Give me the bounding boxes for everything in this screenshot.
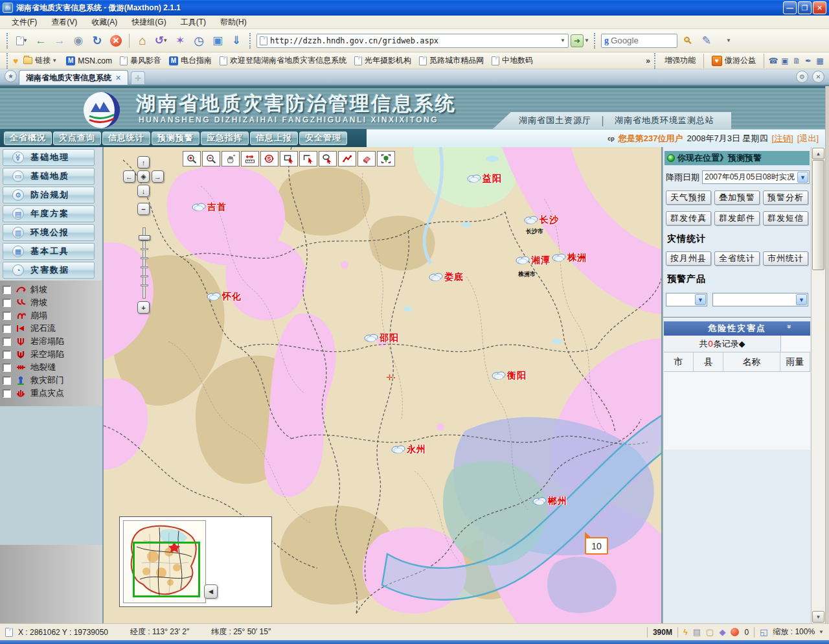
download-button[interactable]: ⇓	[228, 32, 245, 49]
zoom-level[interactable]: 缩放 : 100%	[773, 627, 815, 638]
bookmark-folder-links[interactable]: 链接▼	[19, 54, 61, 67]
menu-item-3[interactable]: 快捷组(G)	[125, 16, 172, 29]
bookmarks-overflow-button[interactable]: »	[646, 56, 650, 65]
panel-button-群发短信[interactable]: 群发短信	[763, 211, 808, 225]
zoom-in-tool[interactable]	[183, 151, 201, 167]
bookmark-item-0[interactable]: MMSN.com	[62, 55, 116, 67]
zoom-out-slider-button[interactable]: −	[137, 203, 150, 215]
plugin-diamond-icon[interactable]: ◆	[719, 627, 725, 637]
bookmark-item-4[interactable]: 光年摄影机构	[350, 54, 415, 67]
sidebar-module-基础地质[interactable]: ▭基础地质	[3, 168, 95, 185]
pan-left-button[interactable]: ←	[123, 170, 135, 183]
scroll-up-button[interactable]: ▲	[812, 148, 824, 159]
search-button[interactable]: 🔍︎	[679, 32, 696, 49]
panel-button-叠加预警[interactable]: 叠加预警	[714, 190, 760, 205]
product-type-select[interactable]: ▼	[666, 293, 707, 306]
scrollbar-thumb[interactable]	[812, 160, 824, 270]
nav-tab-预测预警[interactable]: 预测预警	[152, 132, 199, 145]
link-land-resources[interactable]: 湖南省国土资源厅	[519, 115, 591, 126]
sidebar-module-基本工具[interactable]: ▦基本工具	[3, 243, 95, 260]
window-icon[interactable]: ▣	[780, 56, 790, 66]
panel-button-预警分析[interactable]: 预警分析	[763, 190, 808, 205]
forward-button[interactable]: →	[51, 32, 68, 49]
rain-date-select[interactable]: 2007年05月05日08时实况 ▼	[702, 170, 810, 184]
menu-item-0[interactable]: 文件(F)	[5, 16, 43, 29]
panel-button-全省统计[interactable]: 全省统计	[714, 251, 760, 266]
new-page-button[interactable]: ▼	[14, 32, 30, 49]
pan-up-button[interactable]: ↑	[137, 156, 150, 168]
layer-checkbox[interactable]	[3, 363, 11, 372]
magic-fill-button[interactable]: ✶	[172, 32, 188, 49]
panel-button-群发邮件[interactable]: 群发邮件	[714, 211, 760, 225]
tab-active[interactable]: 湖南省地质灾害信息系统 ✕	[19, 70, 128, 85]
sidebar-module-年度方案[interactable]: ▤年度方案	[3, 205, 95, 222]
bookmark-item-3[interactable]: 欢迎登陆湖南省地质灾害信息系统	[216, 54, 350, 67]
layer-checkbox[interactable]	[3, 325, 11, 333]
close-tabs-button[interactable]: ✕	[812, 71, 824, 83]
maxthon-charity[interactable]: ♥傲游公益	[708, 54, 760, 67]
scale-tool[interactable]: S	[260, 151, 278, 167]
new-tab-button[interactable]: ✛	[131, 71, 145, 84]
tools-wrench-button[interactable]: ⚙	[796, 71, 808, 83]
zoom-slider-handle[interactable]	[139, 235, 150, 240]
panel-button-群发传真[interactable]: 群发传真	[666, 211, 711, 225]
bookmark-item-1[interactable]: 暴风影音	[116, 54, 165, 67]
minimap-viewport-rect[interactable]	[133, 542, 200, 597]
proxy-icon[interactable]: ▤	[693, 627, 701, 637]
select-arrow-icon[interactable]: ▼	[695, 294, 706, 305]
logout-link[interactable]: [注销]	[772, 133, 793, 144]
layer-checkbox[interactable]	[3, 351, 11, 359]
url-dropdown-icon[interactable]: ▼	[560, 38, 565, 43]
popup-blocker-icon[interactable]	[731, 627, 739, 637]
link-geo-monitor[interactable]: 湖南省地质环境监测总站	[615, 115, 714, 126]
close-button[interactable]: ✕	[813, 1, 826, 14]
pan-tool[interactable]	[221, 151, 240, 167]
layer-checkbox[interactable]	[3, 286, 11, 294]
pan-right-button[interactable]: →	[152, 170, 164, 183]
product-item-select[interactable]: ▼	[712, 293, 808, 306]
plugin-grid-icon[interactable]: ▦	[815, 56, 825, 66]
refresh-button[interactable]: ↻	[89, 32, 106, 49]
zoom-in-slider-button[interactable]: +	[137, 301, 150, 314]
zoom-resize-icon[interactable]: ◱	[760, 627, 767, 637]
nav-tab-应急指挥[interactable]: 应急指挥	[201, 132, 249, 145]
polyline-tool[interactable]	[338, 151, 356, 167]
map-area[interactable]: ?S ↑ ← ◈ → ↓ − + 吉首益阳长沙娄底湘潭株洲怀化邵阳衡阳永州郴州长…	[104, 147, 663, 623]
pen-tools-icon[interactable]: ✒	[803, 56, 813, 66]
restore-button[interactable]: ❐	[798, 1, 812, 14]
minimap-image[interactable]	[123, 520, 206, 603]
panel-button-天气预报[interactable]: 天气预报	[666, 190, 711, 205]
address-bar[interactable]: ▼	[256, 34, 569, 48]
nav-tab-信息统计[interactable]: 信息统计	[102, 132, 150, 145]
favorites-heart-icon[interactable]: ♥	[13, 56, 18, 66]
sidebar-module-基础地理[interactable]: ≫基础地理	[3, 149, 95, 166]
exit-link[interactable]: [退出]	[797, 133, 819, 144]
bookmark-item-6[interactable]: 中地数码	[488, 54, 537, 67]
menu-item-4[interactable]: 工具(T)	[174, 16, 212, 29]
window-list-button[interactable]: ▣	[209, 32, 226, 49]
zoom-dropdown-icon[interactable]: ▼	[819, 629, 824, 635]
sidebar-module-灾害数据[interactable]: ◔灾害数据	[3, 262, 95, 279]
zoom-out-tool[interactable]	[202, 151, 220, 167]
menu-item-5[interactable]: 帮助(H)	[214, 16, 253, 29]
panel-button-市州统计[interactable]: 市州统计	[763, 251, 808, 266]
panel-button-按月州县[interactable]: 按月州县	[666, 251, 711, 266]
eraser-tool[interactable]	[358, 151, 376, 167]
enhance-menu[interactable]: 增强功能	[661, 54, 699, 67]
bookmark-item-2[interactable]: M电台指南	[165, 54, 216, 67]
go-button[interactable]: ➜	[571, 34, 584, 47]
search-box[interactable]: g ▼	[601, 34, 677, 48]
rect-zoom-tool[interactable]	[280, 151, 298, 167]
select-arrow-icon[interactable]: ▼	[797, 172, 808, 183]
layer-checkbox[interactable]	[3, 376, 11, 385]
select-arrow-icon[interactable]: ▼	[796, 294, 807, 305]
stop-button[interactable]: ×	[108, 32, 124, 49]
layer-checkbox[interactable]	[3, 299, 11, 307]
layer-checkbox[interactable]	[3, 338, 11, 346]
nav-tab-安全管理[interactable]: 安全管理	[299, 132, 347, 145]
favorites-star-button[interactable]: ★	[5, 70, 17, 82]
nav-tab-全省概况[interactable]: 全省概况	[4, 132, 52, 145]
highlight-button[interactable]: ✎	[698, 32, 715, 49]
history-clock-button[interactable]: ◷	[190, 32, 207, 49]
layer-checkbox[interactable]	[3, 312, 11, 320]
